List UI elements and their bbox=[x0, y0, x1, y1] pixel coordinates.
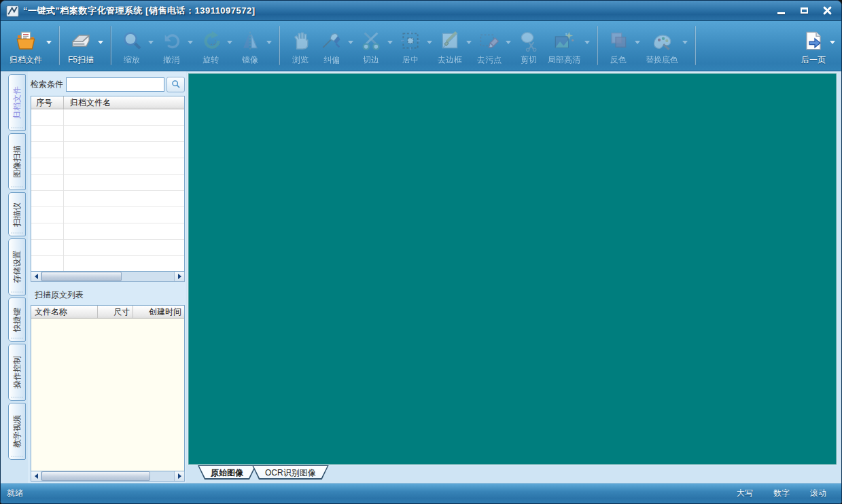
toolbar-button-label: F5扫描 bbox=[68, 54, 94, 66]
scrollbar-track[interactable] bbox=[122, 272, 174, 281]
dropdown-arrow-icon[interactable] bbox=[98, 41, 103, 44]
status-bar: 就绪 大写数字滚动 bbox=[1, 483, 841, 503]
sidebar-tab-1[interactable]: 归档文件 bbox=[8, 74, 26, 131]
minimize-icon bbox=[777, 12, 785, 14]
toolbar-button-mirror: 镜像 bbox=[234, 26, 266, 66]
toolbar-button-cut: 剪切 bbox=[513, 26, 544, 66]
sidebar-tab-3[interactable]: 扫描仪 bbox=[8, 192, 26, 236]
dropdown-arrow-icon[interactable] bbox=[830, 41, 835, 44]
toolbar-button-next-page[interactable]: 后一页 bbox=[798, 26, 829, 66]
toolbar-group: 去边框 bbox=[434, 23, 474, 69]
sidebar-tab-label: 扫描仪 bbox=[12, 202, 23, 227]
cut-icon bbox=[516, 28, 541, 54]
sidebar-tab-4[interactable]: 存储设置 bbox=[8, 238, 26, 295]
maximize-button[interactable] bbox=[794, 4, 814, 18]
toolbar-button-archive-folder[interactable]: 归档文件 bbox=[6, 26, 46, 66]
scroll-right-button[interactable] bbox=[174, 471, 184, 481]
column-header-seq[interactable]: 序号 bbox=[31, 96, 63, 109]
image-view-region: 原始图像OCR识别图像 bbox=[188, 71, 837, 483]
toolbar-group: 缩放 bbox=[116, 23, 156, 69]
table-row[interactable] bbox=[31, 126, 184, 142]
dropdown-arrow-icon bbox=[148, 41, 154, 44]
center-icon bbox=[398, 28, 423, 54]
scan-original-table[interactable]: 文件名称 尺寸 创建时间 bbox=[31, 305, 185, 471]
toolbar-button-scanner[interactable]: F5扫描 bbox=[65, 26, 97, 66]
image-canvas[interactable] bbox=[188, 73, 837, 465]
content-area: 归档文件图像扫描扫描仪存储设置快捷键操作控制教学视频 检索条件 序号 归档文件名 bbox=[1, 71, 841, 483]
triangle-left-icon bbox=[35, 274, 38, 279]
search-button[interactable] bbox=[166, 77, 185, 92]
scroll-left-button[interactable] bbox=[31, 272, 41, 281]
triangle-right-icon bbox=[178, 274, 181, 279]
doc-tab-label: OCR识别图像 bbox=[253, 466, 328, 479]
table-row[interactable] bbox=[31, 109, 184, 126]
scrollbar-track[interactable] bbox=[150, 471, 174, 481]
toolbar-group: 局部高清 bbox=[544, 23, 592, 69]
toolbar-button-label: 镜像 bbox=[242, 54, 258, 66]
toolbar-separator bbox=[279, 26, 280, 65]
table-row[interactable] bbox=[31, 158, 184, 175]
toolbar-group: 反色 bbox=[603, 23, 642, 69]
trim-scissors-icon bbox=[359, 28, 383, 54]
toolbar-group: 撤消 bbox=[156, 23, 195, 69]
toolbar-button-label: 缩放 bbox=[124, 54, 140, 66]
dropdown-arrow-icon bbox=[227, 41, 232, 44]
scrollbar-thumb[interactable] bbox=[41, 272, 122, 281]
doc-tab-label: 原始图像 bbox=[198, 466, 256, 479]
table-row[interactable] bbox=[31, 256, 184, 272]
dropdown-arrow-icon bbox=[584, 41, 590, 44]
dropdown-arrow-icon[interactable] bbox=[46, 41, 52, 44]
column-header-created[interactable]: 创建时间 bbox=[133, 306, 184, 318]
doc-tab-ocr-image[interactable]: OCR识别图像 bbox=[252, 465, 329, 480]
sidebar-tab-label: 教学视频 bbox=[12, 415, 23, 448]
window-title: “一键式”档案数字化管理系统 [销售电话：13911097572] bbox=[23, 5, 256, 17]
scan-table-body[interactable] bbox=[31, 319, 184, 471]
sidebar-tab-7[interactable]: 教学视频 bbox=[8, 403, 26, 460]
scan-list-label: 扫描原文列表 bbox=[35, 289, 185, 301]
column-header-size[interactable]: 尺寸 bbox=[97, 306, 133, 318]
zoom-icon bbox=[120, 28, 144, 54]
replace-bg-icon bbox=[650, 28, 674, 54]
table-row[interactable] bbox=[31, 223, 184, 240]
toolbar-button-label: 去边框 bbox=[438, 54, 462, 66]
toolbar-group: 剪切 bbox=[513, 23, 544, 69]
toolbar-button-local-hd: 局部高清 bbox=[544, 26, 584, 66]
column-header-file-name[interactable]: 文件名称 bbox=[31, 306, 97, 318]
sidebar-tab-label: 快捷键 bbox=[12, 308, 23, 332]
toolbar-separator bbox=[597, 26, 598, 65]
table-row[interactable] bbox=[31, 191, 184, 207]
minimize-button[interactable] bbox=[771, 4, 791, 18]
archive-table-hscrollbar[interactable] bbox=[31, 272, 185, 282]
toolbar-group: F5扫描 bbox=[65, 23, 105, 69]
dropdown-arrow-icon bbox=[682, 41, 688, 44]
column-header-filename[interactable]: 归档文件名 bbox=[63, 96, 184, 109]
sidebar-tab-label: 归档文件 bbox=[12, 86, 23, 119]
table-row[interactable] bbox=[31, 142, 184, 158]
search-input[interactable] bbox=[66, 77, 164, 92]
table-row[interactable] bbox=[31, 175, 184, 191]
archive-table-body[interactable] bbox=[31, 109, 184, 271]
toolbar-button-label: 后一页 bbox=[801, 54, 826, 66]
table-row[interactable] bbox=[31, 207, 184, 223]
archive-file-table[interactable]: 序号 归档文件名 bbox=[31, 96, 185, 272]
dropdown-arrow-icon bbox=[635, 41, 640, 44]
close-button[interactable] bbox=[817, 4, 837, 18]
scrollbar-thumb[interactable] bbox=[41, 471, 150, 481]
toolbar-button-invert-color: 反色 bbox=[603, 26, 634, 66]
archive-folder-icon bbox=[14, 28, 38, 54]
sidebar-tab-5[interactable]: 快捷键 bbox=[8, 298, 26, 342]
doc-tab-original-image[interactable]: 原始图像 bbox=[198, 465, 256, 480]
scan-table-hscrollbar[interactable] bbox=[31, 471, 185, 482]
maximize-icon bbox=[801, 7, 808, 14]
toolbar: 归档文件F5扫描缩放撤消旋转镜像浏览纠偏切边居中去边框去污点剪切局部高清反色替换… bbox=[1, 21, 841, 71]
toolbar-group: 替换底色 bbox=[642, 23, 690, 69]
scan-table-header: 文件名称 尺寸 创建时间 bbox=[31, 306, 184, 319]
sidebar-tab-2[interactable]: 图像扫描 bbox=[8, 133, 26, 190]
scroll-left-button[interactable] bbox=[31, 471, 41, 481]
toolbar-button-label: 反色 bbox=[610, 54, 627, 66]
toolbar-button-zoom: 缩放 bbox=[116, 26, 147, 66]
scroll-right-button[interactable] bbox=[174, 272, 184, 281]
close-icon bbox=[823, 6, 832, 15]
sidebar-tab-6[interactable]: 操作控制 bbox=[8, 344, 26, 401]
table-row[interactable] bbox=[31, 240, 184, 256]
